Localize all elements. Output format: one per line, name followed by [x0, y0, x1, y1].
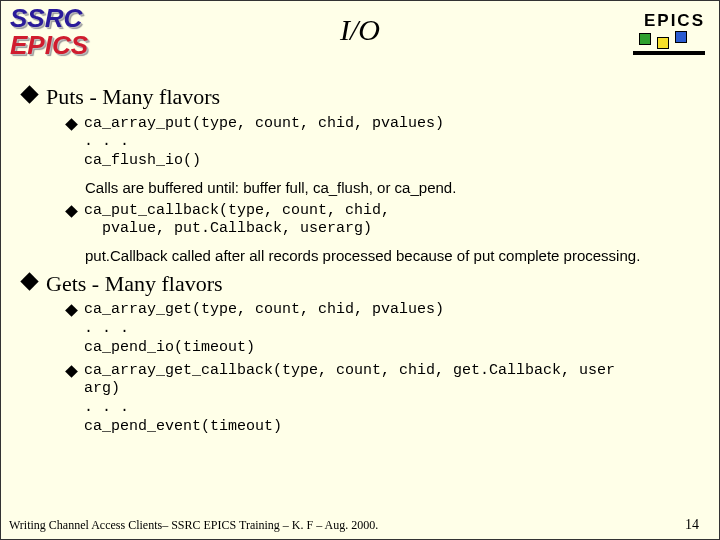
- diamond-bullet-icon: [20, 85, 38, 103]
- section-heading: Puts - Many flavors: [23, 83, 701, 111]
- diamond-bullet-icon: [65, 304, 78, 317]
- diamond-bullet-icon: [65, 365, 78, 378]
- page-number: 14: [685, 517, 699, 533]
- list-item: ca_array_put(type, count, chid, pvalues)…: [67, 115, 701, 171]
- footer-text: Writing Channel Access Clients– SSRC EPI…: [9, 518, 378, 533]
- code-block: ca_array_get(type, count, chid, pvalues)…: [84, 301, 444, 357]
- slide-title: I/O: [1, 13, 719, 47]
- code-block: ca_array_get_callback(type, count, chid,…: [84, 362, 615, 437]
- section-heading-text: Gets - Many flavors: [46, 270, 223, 298]
- list-item: ca_array_get(type, count, chid, pvalues)…: [67, 301, 701, 357]
- slide-content: Puts - Many flavors ca_array_put(type, c…: [23, 81, 701, 437]
- code-block: ca_put_callback(type, count, chid, pvalu…: [84, 202, 390, 240]
- brand-block: EPICS: [633, 11, 705, 59]
- diamond-bullet-icon: [20, 272, 38, 290]
- code-block: ca_array_put(type, count, chid, pvalues)…: [84, 115, 444, 171]
- note-text: put.Callback called after all records pr…: [85, 247, 701, 266]
- section-heading-text: Puts - Many flavors: [46, 83, 220, 111]
- note-text: Calls are buffered until: buffer full, c…: [85, 179, 701, 198]
- diamond-bullet-icon: [65, 205, 78, 218]
- section-heading: Gets - Many flavors: [23, 270, 701, 298]
- brand-logo-icon: [633, 33, 705, 59]
- diamond-bullet-icon: [65, 118, 78, 131]
- list-item: ca_array_get_callback(type, count, chid,…: [67, 362, 701, 437]
- slide-header: SSRC EPICS I/O EPICS: [1, 1, 719, 71]
- list-item: ca_put_callback(type, count, chid, pvalu…: [67, 202, 701, 240]
- brand-text: EPICS: [633, 11, 705, 31]
